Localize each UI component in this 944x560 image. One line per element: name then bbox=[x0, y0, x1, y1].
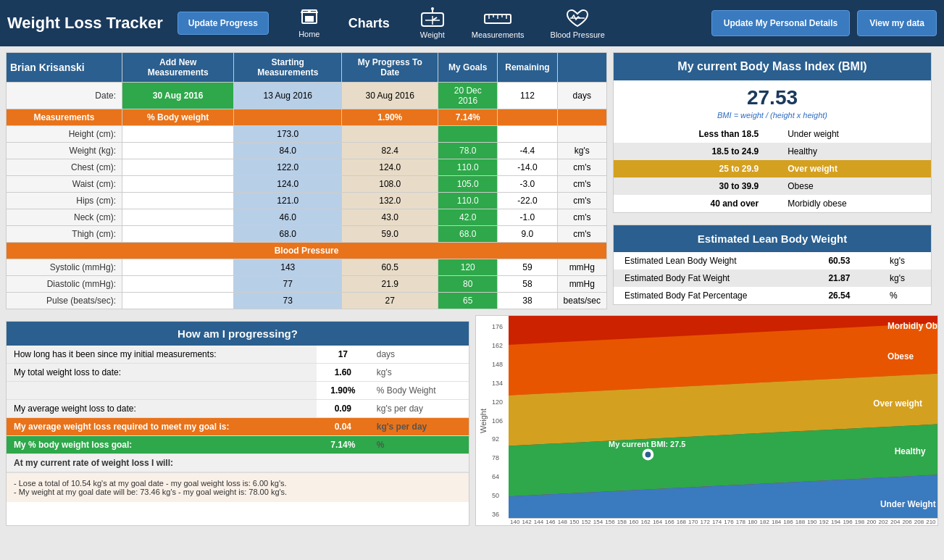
prog-val-4: 0.09 bbox=[317, 400, 369, 418]
table-row: Systolic (mmHg): 143 60.5 120 59 mmHg bbox=[7, 259, 607, 276]
table-row: Height (cm): 173.0 bbox=[7, 126, 607, 143]
lean-label-2: Estimated Body Fat Weight bbox=[614, 269, 817, 287]
nav-item-blood-pressure[interactable]: Blood Pressure bbox=[538, 7, 618, 39]
bmi-label-4: Obese bbox=[773, 177, 931, 195]
pulse-progress: 27 bbox=[342, 293, 438, 309]
pct-empty3 bbox=[557, 109, 606, 126]
pulse-start: 73 bbox=[234, 293, 342, 309]
view-data-button[interactable]: View my data bbox=[857, 10, 937, 36]
chest-goal: 110.0 bbox=[438, 159, 498, 176]
neck-label: Neck (cm): bbox=[7, 209, 122, 226]
nav-weight-label: Weight bbox=[420, 30, 445, 39]
prog-label-6: My % body weight loss goal: bbox=[7, 436, 317, 454]
prog-label-2: My total weight loss to date: bbox=[7, 364, 317, 382]
bmi-label-1: Under weight bbox=[773, 125, 931, 143]
table-row: Pulse (beats/sec): 73 27 65 38 beats/sec bbox=[7, 293, 607, 309]
systolic-remaining: 59 bbox=[498, 259, 557, 276]
neck-add bbox=[122, 209, 234, 226]
progress-table: How long has it been since my initial me… bbox=[7, 346, 469, 472]
app-title: Weight Loss Tracker bbox=[7, 14, 163, 33]
current-bmi-label: My current BMI: 27.5 bbox=[609, 440, 685, 448]
nav-item-weight[interactable]: Weight bbox=[406, 7, 459, 39]
weight-add bbox=[122, 143, 234, 159]
bmi-range-row: Less than 18.5 Under weight bbox=[614, 125, 931, 143]
measurements-section-row: Measurements % Body weight 1.90% 7.14% bbox=[7, 109, 607, 126]
progress-panel: How am I progressing? How long has it be… bbox=[6, 321, 469, 526]
svg-point-6 bbox=[431, 7, 434, 10]
neck-start: 46.0 bbox=[234, 209, 342, 226]
bmi-range-2: 18.5 to 24.9 bbox=[614, 143, 773, 160]
lean-panel: Estimated Lean Body Weight Estimated Lea… bbox=[613, 225, 932, 305]
date-label: Date: bbox=[7, 83, 122, 109]
systolic-start: 143 bbox=[234, 259, 342, 276]
bmi-panel: My current Body Mass Index (BMI) 27.53 B… bbox=[613, 52, 932, 213]
zone-label-morbid: Morbidly Obese bbox=[887, 321, 937, 331]
diastolic-label: Diastolic (mmHg): bbox=[7, 276, 122, 293]
thigh-remaining: 9.0 bbox=[498, 226, 557, 243]
progress-note-1: - Lose a total of 10.54 kg's at my goal … bbox=[14, 479, 461, 488]
right-panel: My current Body Mass Index (BMI) 27.53 B… bbox=[613, 52, 938, 309]
progress-row: My average weight loss required to meet … bbox=[7, 418, 469, 436]
pulse-unit: beats/sec bbox=[557, 293, 606, 309]
waist-add bbox=[122, 176, 234, 193]
systolic-unit: mmHg bbox=[557, 259, 606, 276]
col-progress-header: My Progress To Date bbox=[342, 53, 438, 83]
y-val-7: 92 bbox=[492, 435, 507, 443]
chest-progress: 124.0 bbox=[342, 159, 438, 176]
bmi-label-2: Healthy bbox=[773, 143, 931, 160]
weight-start: 84.0 bbox=[234, 143, 342, 159]
date-add[interactable]: 30 Aug 2016 bbox=[122, 83, 234, 109]
height-progress bbox=[342, 126, 438, 143]
prog-val-2: 1.60 bbox=[317, 364, 369, 382]
bmi-range-row: 40 and over Morbidly obese bbox=[614, 195, 931, 212]
thigh-goal: 68.0 bbox=[438, 226, 498, 243]
neck-progress: 43.0 bbox=[342, 209, 438, 226]
thigh-label: Thigh (cm): bbox=[7, 226, 122, 243]
y-val-4: 134 bbox=[492, 380, 507, 387]
bp-section-row: Blood Pressure bbox=[7, 243, 607, 259]
app-header: Weight Loss Tracker Update Progress Home… bbox=[0, 0, 944, 46]
pct-empty2 bbox=[498, 109, 557, 126]
prog-unit-1: days bbox=[369, 346, 469, 364]
bmi-value: 27.53 bbox=[614, 80, 931, 111]
table-row: Neck (cm): 46.0 43.0 42.0 -1.0 cm's bbox=[7, 209, 607, 226]
hips-remaining: -22.0 bbox=[498, 193, 557, 209]
progress-row: My average weight loss to date: 0.09 kg'… bbox=[7, 400, 469, 418]
personal-details-button[interactable]: Update My Personal Details bbox=[711, 10, 850, 36]
col-add-header: Add New Measurements bbox=[122, 53, 234, 83]
y-val-8: 78 bbox=[492, 454, 507, 461]
diastolic-remaining: 58 bbox=[498, 276, 557, 293]
chest-label: Chest (cm): bbox=[7, 159, 122, 176]
nav-item-measurements[interactable]: Measurements bbox=[459, 7, 538, 39]
zone-label-healthy: Healthy bbox=[895, 446, 926, 456]
prog-unit-2: kg's bbox=[369, 364, 469, 382]
date-row: Date: 30 Aug 2016 13 Aug 2016 30 Aug 201… bbox=[7, 83, 607, 109]
hips-unit: cm's bbox=[557, 193, 606, 209]
bmi-range-row: 18.5 to 24.9 Healthy bbox=[614, 143, 931, 160]
table-row: Hips (cm): 121.0 132.0 110.0 -22.0 cm's bbox=[7, 193, 607, 209]
table-row: Diastolic (mmHg): 77 21.9 80 58 mmHg bbox=[7, 276, 607, 293]
update-progress-button[interactable]: Update Progress bbox=[177, 12, 269, 35]
prog-label-1: How long has it been since my initial me… bbox=[7, 346, 317, 364]
table-row: Weight (kg): 84.0 82.4 78.0 -4.4 kg's bbox=[7, 143, 607, 159]
diastolic-progress: 21.9 bbox=[342, 276, 438, 293]
lean-label-3: Estimated Body Fat Percentage bbox=[614, 287, 817, 304]
lean-val-3: 26.54 bbox=[817, 287, 879, 304]
chart-y-label: Weight bbox=[479, 409, 488, 433]
hips-add bbox=[122, 193, 234, 209]
nav-item-charts-label[interactable]: Charts bbox=[335, 16, 406, 31]
prog-unit-4: kg's per day bbox=[369, 400, 469, 418]
nav-item-home[interactable]: Home bbox=[283, 8, 335, 38]
y-val-3: 148 bbox=[492, 361, 507, 368]
chest-remaining: -14.0 bbox=[498, 159, 557, 176]
lean-table: Estimated Lean Body Weight 60.53 kg's Es… bbox=[614, 252, 931, 304]
chart-svg: Morbidly Obese Obese Over weight Healthy… bbox=[509, 316, 937, 525]
pulse-remaining: 38 bbox=[498, 293, 557, 309]
progress-note-2: - My weight at my goal date will be: 73.… bbox=[14, 488, 461, 496]
col-unit-header bbox=[557, 53, 606, 83]
lean-row: Estimated Body Fat Weight 21.87 kg's bbox=[614, 269, 931, 287]
height-unit bbox=[557, 126, 606, 143]
pct-progress: 1.90% bbox=[342, 109, 438, 126]
waist-start: 124.0 bbox=[234, 176, 342, 193]
systolic-label: Systolic (mmHg): bbox=[7, 259, 122, 276]
